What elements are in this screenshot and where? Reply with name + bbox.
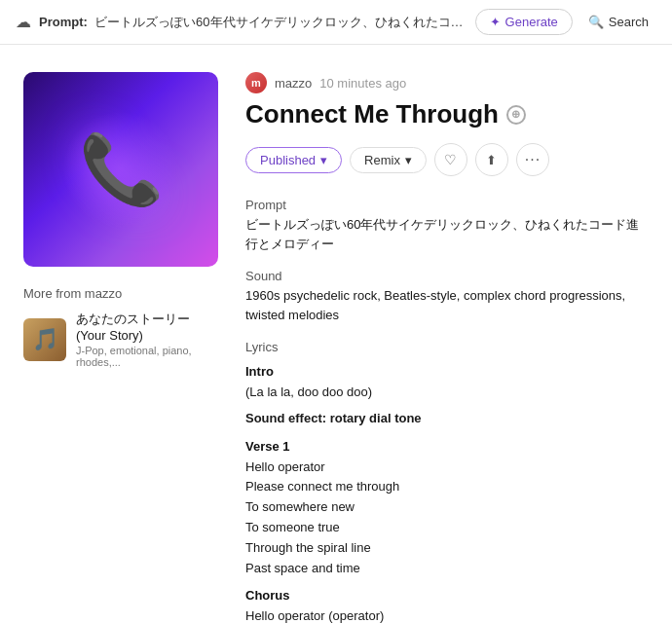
heart-icon: ♡ [444, 152, 457, 167]
prompt-detail-value: ビートルズっぽい60年代サイケデリックロック、ひねくれたコード進行とメロディー [245, 215, 649, 253]
search-button[interactable]: 🔍 Search [580, 10, 656, 34]
related-thumb: 🎵 [23, 318, 66, 361]
main-content: 📞 More from mazzo 🎵 あなたのストーリー (Your Stor… [0, 45, 672, 623]
song-title: Connect Me Through ⊕ [245, 99, 649, 129]
more-from-label: More from mazzo [23, 286, 218, 301]
prompt-detail-label: Prompt [245, 198, 649, 212]
search-icon: 🔍 [588, 15, 604, 29]
sound-detail-label: Sound [245, 269, 649, 283]
spark-icon: ✦ [490, 15, 501, 29]
published-button[interactable]: Published ▾ [245, 147, 342, 173]
sound-section: Sound 1960s psychedelic rock, Beatles-st… [245, 269, 649, 324]
globe-icon: ⊕ [506, 105, 526, 125]
verse1-line-2: To somewhere new [245, 497, 649, 518]
phone-emoji: 📞 [79, 129, 164, 209]
verse1-line-0: Hello operator [245, 458, 649, 478]
search-label: Search [609, 15, 649, 29]
song-title-text: Connect Me Through [245, 99, 499, 129]
chorus-line-0: Hello operator (operator) [245, 606, 649, 623]
avatar: m [245, 72, 267, 93]
right-column: m mazzo 10 minutes ago Connect Me Throug… [245, 72, 649, 623]
remix-button[interactable]: Remix ▾ [350, 147, 427, 173]
left-column: 📞 More from mazzo 🎵 あなたのストーリー (Your Stor… [23, 72, 218, 623]
chorus-title: Chorus [245, 588, 649, 603]
chevron-down-icon: ▾ [320, 153, 327, 167]
prompt-section: Prompt ビートルズっぽい60年代サイケデリックロック、ひねくれたコード進行… [245, 198, 649, 253]
verse1-line-1: Please connect me through [245, 477, 649, 497]
more-button[interactable]: ··· [516, 143, 549, 176]
verse1-line-5: Past space and time [245, 559, 649, 579]
lyrics-label: Lyrics [245, 340, 649, 354]
cloud-icon: ☁ [16, 13, 31, 31]
intro-line-0: (La la la, doo doo doo) [245, 383, 649, 403]
author-name: mazzo [275, 76, 312, 91]
lyrics-section: Lyrics Intro (La la la, doo doo doo) Sou… [245, 340, 649, 623]
prompt-text: Prompt: ビートルズっぽい60年代サイケデリックロック、ひねくれたコード進… [39, 14, 467, 31]
verse1-line-3: To someone true [245, 518, 649, 538]
share-icon: ⬆ [486, 153, 497, 167]
sound-effect-line: Sound effect: rotary dial tone [245, 409, 649, 429]
sound-detail-value: 1960s psychedelic rock, Beatles-style, c… [245, 286, 649, 324]
intro-title: Intro [245, 364, 649, 379]
remix-chevron-icon: ▾ [405, 153, 412, 167]
share-button[interactable]: ⬆ [475, 143, 508, 176]
topbar: ☁ Prompt: ビートルズっぽい60年代サイケデリックロック、ひねくれたコー… [0, 0, 672, 45]
prompt-label: Prompt: [39, 15, 88, 29]
generate-label: Generate [505, 15, 558, 29]
related-title: あなたのストーリー (Your Story) [76, 311, 218, 343]
verse1-line-4: Through the spiral line [245, 538, 649, 559]
remix-label: Remix [364, 153, 400, 167]
published-label: Published [260, 153, 316, 167]
prompt-value: ビートルズっぽい60年代サイケデリックロック、ひねくれたコード進行とメロディー [94, 15, 467, 29]
like-button[interactable]: ♡ [434, 143, 467, 176]
related-tags: J-Pop, emotional, piano, rhodes,... [76, 345, 218, 368]
generate-button[interactable]: ✦ Generate [475, 9, 573, 35]
more-dots-icon: ··· [525, 151, 541, 168]
action-row: Published ▾ Remix ▾ ♡ ⬆ ··· [245, 143, 649, 176]
verse1-title: Verse 1 [245, 439, 649, 454]
related-info: あなたのストーリー (Your Story) J-Pop, emotional,… [76, 311, 218, 368]
time-ago: 10 minutes ago [319, 76, 406, 91]
album-art: 📞 [23, 72, 218, 267]
related-item[interactable]: 🎵 あなたのストーリー (Your Story) J-Pop, emotiona… [23, 311, 218, 368]
author-row: m mazzo 10 minutes ago [245, 72, 649, 93]
